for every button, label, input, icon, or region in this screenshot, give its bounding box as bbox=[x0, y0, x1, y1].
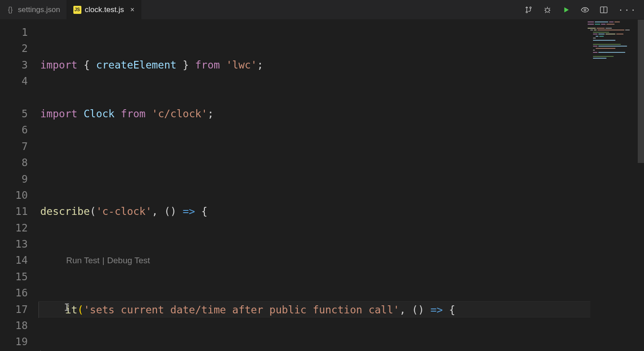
line-number-gutter: 1 2 3 4 5 6 7 8 9 10 11 12 13 14 15 16 1… bbox=[0, 20, 40, 351]
tab-clock-test-js[interactable]: JS clock.test.js × bbox=[67, 0, 141, 19]
line-number: 10 bbox=[0, 187, 28, 203]
code-line[interactable]: describe('c-clock', () => { bbox=[40, 203, 590, 219]
line-number: 5 bbox=[0, 106, 28, 122]
tab-settings-json[interactable]: {} settings.json bbox=[0, 0, 67, 19]
compare-changes-icon[interactable] bbox=[524, 5, 533, 14]
json-file-icon: {} bbox=[6, 6, 14, 14]
line-number: 16 bbox=[0, 285, 28, 301]
editor[interactable]: 1 2 3 4 5 6 7 8 9 10 11 12 13 14 15 16 1… bbox=[0, 20, 644, 351]
run-icon[interactable] bbox=[562, 5, 571, 14]
split-editor-icon[interactable] bbox=[599, 5, 608, 14]
svg-point-1 bbox=[530, 7, 531, 8]
codelens-separator: | bbox=[102, 253, 105, 269]
vertical-scrollbar[interactable] bbox=[638, 20, 644, 342]
editor-tab-bar: {} settings.json JS clock.test.js × ··· bbox=[0, 0, 644, 20]
svg-point-3 bbox=[584, 9, 586, 11]
line-number: 15 bbox=[0, 269, 28, 285]
svg-point-2 bbox=[546, 9, 549, 12]
svg-point-0 bbox=[526, 11, 528, 13]
line-number: 9 bbox=[0, 171, 28, 187]
code-line[interactable] bbox=[40, 154, 590, 171]
line-number: 1 bbox=[0, 24, 28, 40]
line-number: 4 bbox=[0, 73, 28, 89]
javascript-file-icon: JS bbox=[73, 6, 81, 14]
codelens-debug-test[interactable]: Debug Test bbox=[107, 253, 150, 269]
line-number: 11 bbox=[0, 203, 28, 219]
codelens-run-test[interactable]: Run Test bbox=[66, 253, 100, 269]
line-number: 13 bbox=[0, 236, 28, 252]
line-number: 7 bbox=[0, 138, 28, 154]
more-actions-icon[interactable]: ··· bbox=[618, 5, 637, 15]
line-number: 8 bbox=[0, 154, 28, 171]
tab-label: clock.test.js bbox=[85, 5, 124, 14]
debug-icon[interactable] bbox=[543, 5, 552, 14]
line-number: 3 bbox=[0, 57, 28, 73]
code-line[interactable]: it('sets current date/time after public … bbox=[38, 301, 590, 317]
scrollbar-thumb[interactable] bbox=[638, 20, 644, 163]
codelens: Run Test | Debug Test bbox=[40, 253, 590, 269]
line-number: 18 bbox=[0, 317, 28, 334]
line-number: 6 bbox=[0, 122, 28, 138]
close-tab-icon[interactable]: × bbox=[130, 6, 134, 13]
line-number: 19 bbox=[0, 334, 28, 350]
line-number bbox=[0, 90, 28, 106]
tab-label: settings.json bbox=[18, 5, 60, 14]
minimap[interactable] bbox=[588, 21, 636, 62]
code-area[interactable]: import { createElement } from 'lwc'; imp… bbox=[40, 20, 590, 351]
line-number: 17 bbox=[0, 301, 28, 317]
line-number: 14 bbox=[0, 252, 28, 268]
line-number: 2 bbox=[0, 40, 28, 56]
editor-action-bar: ··· bbox=[524, 0, 640, 20]
code-line[interactable]: import { createElement } from 'lwc'; bbox=[40, 57, 590, 73]
open-preview-icon[interactable] bbox=[580, 5, 589, 14]
code-line[interactable]: import Clock from 'c/clock'; bbox=[40, 106, 590, 122]
line-number: 12 bbox=[0, 220, 28, 236]
